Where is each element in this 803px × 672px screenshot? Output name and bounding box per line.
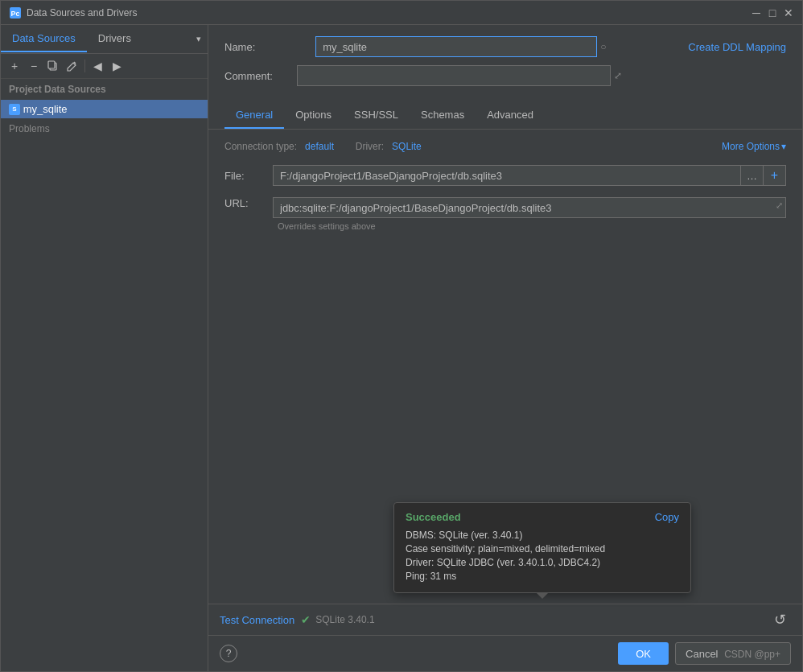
titlebar-controls: ─ □ ✕ bbox=[751, 7, 794, 19]
problems-label: Problems bbox=[1, 118, 208, 139]
tooltip-line-2: Case sensitivity: plain=mixed, delimited… bbox=[406, 543, 679, 555]
tooltip-line-3: Driver: SQLite JDBC (ver. 3.40.1.0, JDBC… bbox=[406, 557, 679, 568]
nav-back-button[interactable]: ◀ bbox=[89, 57, 106, 75]
sidebar-tabs: Data Sources Drivers ▾ bbox=[1, 25, 208, 54]
file-row: File: … + bbox=[224, 165, 786, 186]
comment-input-wrap: ⤢ bbox=[297, 65, 635, 86]
sidebar: Data Sources Drivers ▾ + − bbox=[1, 25, 208, 671]
tab-data-sources[interactable]: Data Sources bbox=[1, 26, 87, 52]
ok-button[interactable]: OK bbox=[618, 642, 669, 665]
name-row: Name: ○ Create DDL Mapping bbox=[224, 36, 786, 57]
test-check-icon: ✔ bbox=[301, 613, 311, 626]
url-input-wrap: ⤢ bbox=[273, 197, 786, 218]
nav-forward-button[interactable]: ▶ bbox=[108, 57, 126, 75]
tab-schemas[interactable]: Schemas bbox=[410, 102, 476, 129]
tab-advanced[interactable]: Advanced bbox=[476, 102, 545, 129]
test-status-text: SQLite 3.40.1 bbox=[315, 614, 374, 625]
main-window: Pc Data Sources and Drivers ─ □ ✕ Data S… bbox=[0, 0, 803, 672]
comment-row: Comment: ⤢ bbox=[224, 65, 786, 86]
watermark-text: CSDN @pp+ bbox=[724, 649, 780, 660]
titlebar: Pc Data Sources and Drivers ─ □ ✕ bbox=[1, 1, 802, 25]
create-ddl-link[interactable]: Create DDL Mapping bbox=[688, 41, 786, 53]
reset-button[interactable]: ↺ bbox=[769, 611, 791, 629]
url-label: URL: bbox=[224, 197, 273, 209]
titlebar-title: Data Sources and Drivers bbox=[27, 7, 751, 19]
tooltip-popup: Succeeded Copy DBMS: SQLite (ver. 3.40.1… bbox=[393, 502, 691, 593]
tooltip-line-1: DBMS: SQLite (ver. 3.40.1) bbox=[406, 530, 679, 541]
file-label: File: bbox=[224, 170, 273, 182]
svg-rect-3 bbox=[48, 61, 55, 68]
url-input[interactable] bbox=[273, 197, 786, 218]
more-options-chevron-icon: ▾ bbox=[781, 141, 786, 152]
conn-type-label: Connection type: bbox=[224, 141, 297, 152]
bottom-area: Succeeded Copy DBMS: SQLite (ver. 3.40.1… bbox=[208, 604, 802, 635]
connection-info-left: Connection type: default Driver: SQLite bbox=[224, 141, 422, 152]
svg-text:Pc: Pc bbox=[10, 10, 19, 18]
dialog-buttons: ? OK Cancel CSDN @pp+ bbox=[208, 635, 802, 671]
name-input-wrap: ○ bbox=[315, 36, 653, 57]
sidebar-item-my-sqlite[interactable]: S my_sqlite bbox=[1, 100, 208, 118]
file-add-button[interactable]: + bbox=[764, 165, 786, 186]
file-browse-button[interactable]: … bbox=[741, 165, 764, 186]
tab-drivers[interactable]: Drivers bbox=[87, 26, 142, 52]
tooltip-line-4: Ping: 31 ms bbox=[406, 571, 679, 582]
help-button[interactable]: ? bbox=[220, 645, 237, 662]
sidebar-item-label: my_sqlite bbox=[23, 103, 68, 115]
tooltip-header: Succeeded Copy bbox=[406, 511, 679, 523]
test-status: ✔ SQLite 3.40.1 bbox=[301, 613, 374, 626]
url-row: URL: ⤢ bbox=[224, 197, 786, 218]
remove-button[interactable]: − bbox=[25, 57, 43, 75]
copy-datasource-button[interactable] bbox=[44, 57, 62, 75]
form-area: Name: ○ Create DDL Mapping Comment: ⤢ bbox=[208, 25, 802, 102]
tooltip-succeeded-text: Succeeded bbox=[406, 511, 461, 523]
tabs-bar: General Options SSH/SSL Schemas Advanced bbox=[208, 102, 802, 130]
comment-expand-button[interactable]: ⤢ bbox=[612, 68, 624, 83]
tab-general[interactable]: General bbox=[224, 102, 284, 129]
close-button[interactable]: ✕ bbox=[783, 7, 794, 19]
right-panel: Name: ○ Create DDL Mapping Comment: ⤢ bbox=[208, 25, 802, 671]
bottom-bar: Test Connection ✔ SQLite 3.40.1 ↺ bbox=[208, 604, 802, 635]
cancel-button[interactable]: Cancel CSDN @pp+ bbox=[675, 642, 791, 665]
sidebar-tab-dropdown[interactable]: ▾ bbox=[196, 34, 201, 44]
minimize-button[interactable]: ─ bbox=[751, 7, 762, 19]
test-connection-button[interactable]: Test Connection bbox=[220, 614, 294, 626]
conn-type-value[interactable]: default bbox=[305, 141, 334, 152]
sidebar-toolbar: + − ◀ ▶ bbox=[1, 54, 208, 79]
tooltip-copy-button[interactable]: Copy bbox=[655, 511, 679, 523]
app-icon: Pc bbox=[9, 6, 22, 19]
url-expand-button[interactable]: ⤢ bbox=[776, 200, 783, 211]
connection-info: Connection type: default Driver: SQLite … bbox=[224, 141, 786, 152]
comment-input[interactable] bbox=[297, 65, 611, 86]
tab-options[interactable]: Options bbox=[284, 102, 343, 129]
name-clear-button[interactable]: ○ bbox=[599, 39, 607, 54]
edit-datasource-button[interactable] bbox=[64, 57, 81, 75]
comment-label: Comment: bbox=[224, 70, 297, 82]
name-input[interactable] bbox=[315, 36, 597, 57]
file-input[interactable] bbox=[273, 165, 741, 186]
project-data-sources-title: Project Data Sources bbox=[1, 79, 208, 100]
main-content: Data Sources Drivers ▾ + − bbox=[1, 25, 802, 671]
add-button[interactable]: + bbox=[6, 57, 23, 75]
driver-label: Driver: bbox=[356, 141, 384, 152]
tab-ssh-ssl[interactable]: SSH/SSL bbox=[343, 102, 410, 129]
name-label: Name: bbox=[224, 41, 297, 53]
maximize-button[interactable]: □ bbox=[767, 7, 778, 19]
more-options-button[interactable]: More Options ▾ bbox=[722, 141, 786, 152]
sqlite-icon: S bbox=[9, 104, 20, 115]
toolbar-divider bbox=[84, 60, 85, 72]
driver-value[interactable]: SQLite bbox=[392, 141, 422, 152]
overrides-text: Overrides settings above bbox=[278, 221, 786, 231]
